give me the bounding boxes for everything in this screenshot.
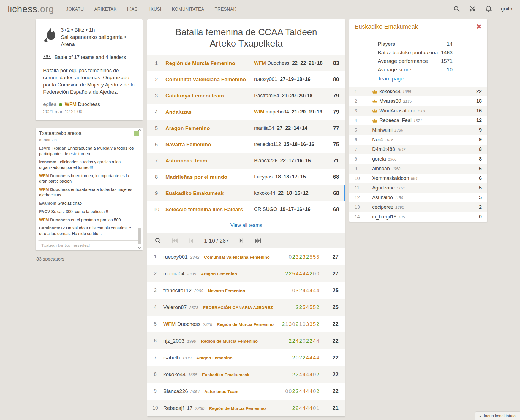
chat-username[interactable]: Evamom xyxy=(39,201,56,205)
team-row[interactable]: 3Catalunya Femení teamPastrami54 21+20+2… xyxy=(147,88,345,104)
team-row[interactable]: 4AndaluzasWIM mapebo94 21+20+19+1979 xyxy=(147,104,345,120)
team-page-link[interactable]: Team page xyxy=(378,74,487,83)
pager-prev-button[interactable] xyxy=(187,237,195,244)
team-row[interactable]: 5Aragon Femeninomariiia04 27+22+14+1477 xyxy=(147,120,345,136)
player-row[interactable]: 9Blanca2262054Asturianas Team00224444022… xyxy=(147,383,345,400)
team-name-link[interactable]: Navarra Femenino xyxy=(165,142,254,148)
member-row[interactable]: 6Nor410269 xyxy=(349,135,487,145)
nav-link[interactable]: IKASI xyxy=(127,7,139,12)
member-row[interactable]: 8gorela13668 xyxy=(349,154,487,164)
nav-link[interactable]: JOKATU xyxy=(66,7,84,12)
member-name-link[interactable]: kokoko441655 xyxy=(372,89,411,94)
pager-first-button[interactable] xyxy=(171,237,178,244)
team-row[interactable]: 10Selecció femenina Illes BalearsCRISUGO… xyxy=(147,201,345,218)
team-row[interactable]: 2Comunitat Valenciana Femeninorueoxy001 … xyxy=(147,71,345,88)
chat-username[interactable]: Leyre_Roldan xyxy=(39,146,66,150)
player-row[interactable]: 1rueoxy0012342Comunitat Valenciana Femen… xyxy=(147,248,345,265)
member-name-link[interactable]: in_ba-gil18705 xyxy=(372,214,405,220)
member-name-link[interactable]: D4m1t4881543 xyxy=(372,147,405,152)
player-name-link[interactable]: Rebecajf_172230Región de Murcia Femenino xyxy=(163,405,292,411)
username-menu[interactable]: goito xyxy=(501,6,512,12)
member-row[interactable]: 3WindArrasatator190116 xyxy=(349,106,487,116)
chat-username[interactable]: WFM Duochess xyxy=(39,187,70,192)
player-name-link[interactable]: njz_20031999Región de Murcia Femenino xyxy=(163,338,289,344)
member-name-link[interactable]: Mvaras302135 xyxy=(372,98,412,104)
member-row[interactable]: 12Asunalbo11505 xyxy=(349,193,487,202)
team-name-link[interactable]: Andaluzas xyxy=(165,109,254,115)
member-row[interactable]: 10Xemmaskaidoon8846 xyxy=(349,174,487,183)
chat-username[interactable]: WFM Duochess xyxy=(39,217,70,222)
nav-link[interactable]: IKUSI xyxy=(149,7,161,12)
challenge-swords-icon[interactable] xyxy=(469,5,476,12)
player-name-link[interactable]: Blanca2262054Asturianas Team xyxy=(163,388,285,394)
pager-next-button[interactable] xyxy=(238,237,245,244)
player-row[interactable]: 2mariiia042335Aragon Femenino22544442002… xyxy=(147,265,345,282)
notifications-bell-icon[interactable] xyxy=(485,5,492,12)
nav-link[interactable]: TRESNAK xyxy=(215,7,236,12)
member-row[interactable]: 1kokoko44165522 xyxy=(349,87,487,96)
team-name-link[interactable]: Euskadiko Emakumeak xyxy=(165,190,254,196)
chat-scrollbar-thumb[interactable] xyxy=(138,228,141,244)
search-icon[interactable] xyxy=(453,5,460,12)
player-name-link[interactable]: rueoxy0012342Comunitat Valenciana Femeni… xyxy=(163,254,289,260)
team-name-link[interactable]: Asturianas Team xyxy=(165,158,254,164)
scroll-up-icon[interactable] xyxy=(138,128,141,132)
member-row[interactable]: 11Agurtzane11615 xyxy=(349,183,487,193)
nav-link[interactable]: KOMUNITATEA xyxy=(172,7,204,12)
team-row[interactable]: 6Navarra Femeninotrenecito112 25+18+16+1… xyxy=(147,136,345,153)
chat-username[interactable]: WFM Duochess xyxy=(39,173,70,178)
member-row[interactable]: 9ainhoab19586 xyxy=(349,164,487,174)
player-team-link[interactable]: Asturianas Team xyxy=(204,389,238,394)
chat-username[interactable]: irenemm xyxy=(39,159,56,164)
member-name-link[interactable]: Nor41026 xyxy=(372,137,393,143)
player-team-link[interactable]: Aragon Femenino xyxy=(201,272,237,276)
player-name-link[interactable]: isabelb1919Aragon Femenino xyxy=(163,355,292,361)
player-team-link[interactable]: Región de Murcia Femenino xyxy=(209,406,266,411)
team-row[interactable]: 1Región de Murcia FemeninoWFM Duochess 2… xyxy=(147,55,345,71)
player-row[interactable]: 8kokoko441655Euskadiko Emakumeak22444402… xyxy=(147,366,345,383)
author-link[interactable]: WFM Duochess xyxy=(65,102,100,107)
battle-summary[interactable]: Battle of 17 teams and 4 leaders xyxy=(55,55,126,60)
player-team-link[interactable]: Euskadiko Emakumeak xyxy=(202,372,249,377)
team-name-link[interactable]: Aragon Femenino xyxy=(165,125,254,131)
member-name-link[interactable]: WindArrasatator1901 xyxy=(372,108,426,114)
player-name-link[interactable]: kokoko441655Euskadiko Emakumeak xyxy=(163,372,292,378)
friends-bar[interactable]: ▲ lagun konektatuta xyxy=(475,412,520,420)
player-row[interactable]: 6njz_20031999Región de Murcia Femenino22… xyxy=(147,332,345,349)
team-panel-title[interactable]: Euskadiko Emakumeak xyxy=(355,23,418,30)
player-row[interactable]: 7isabelb1919Aragon Femenino2022444422 xyxy=(147,349,345,366)
member-row[interactable]: 14in_ba-gil187050 xyxy=(349,212,487,222)
member-row[interactable]: 7D4m1t48815438 xyxy=(349,145,487,154)
player-row[interactable]: 3trenecito1122209Navarra Femenino0324444… xyxy=(147,282,345,299)
member-name-link[interactable]: gorela1366 xyxy=(372,156,396,162)
scroll-down-icon[interactable] xyxy=(138,246,141,250)
member-row[interactable]: 4Rebeeca_Feal137112 xyxy=(349,116,487,125)
view-all-teams-link[interactable]: View all teams xyxy=(230,223,262,228)
chat-input[interactable] xyxy=(38,240,140,250)
player-search-icon[interactable] xyxy=(154,237,162,244)
player-row[interactable]: 10Rebecajf_172230Región de Murcia Femeni… xyxy=(147,400,345,416)
player-team-link[interactable]: Aragon Femenino xyxy=(196,356,233,360)
member-row[interactable]: 13ceciperez18912 xyxy=(349,202,487,212)
player-team-link[interactable]: Región de Murcia Femenino xyxy=(201,339,258,343)
member-name-link[interactable]: Agurtzane1161 xyxy=(372,185,405,191)
member-name-link[interactable]: Miniwuini1736 xyxy=(372,127,403,133)
team-name-link[interactable]: Madrileñas por el mundo xyxy=(165,174,254,180)
chat-username[interactable]: Caminante72 xyxy=(39,226,65,230)
player-row[interactable]: 5WFM Duochess2326Región de Murcia Femeni… xyxy=(147,316,345,332)
team-name-link[interactable]: Región de Murcia Femenino xyxy=(165,60,254,66)
team-name-link[interactable]: Catalunya Femení team xyxy=(165,93,254,99)
player-team-link[interactable]: FEDERACIÓN CANARIA AJEDREZ xyxy=(203,305,273,310)
member-row[interactable]: 5Miniwuini17369 xyxy=(349,125,487,135)
player-name-link[interactable]: trenecito1122209Navarra Femenino xyxy=(163,288,292,294)
player-team-link[interactable]: Región de Murcia Femenino xyxy=(217,322,274,327)
member-row[interactable]: 2Mvaras30213518 xyxy=(349,96,487,106)
app-logo[interactable]: lichess.org xyxy=(8,4,54,14)
member-name-link[interactable]: ceciperez1891 xyxy=(372,204,404,210)
player-name-link[interactable]: WFM Duochess2326Región de Murcia Femenin… xyxy=(163,321,282,327)
team-name-link[interactable]: Comunitat Valenciana Femenino xyxy=(165,77,254,83)
chat-scrollbar[interactable] xyxy=(138,128,142,250)
team-row[interactable]: 9Euskadiko Emakumeakkokoko44 22+18+16+12… xyxy=(147,185,345,201)
player-row[interactable]: 4Valeron872373FEDERACIÓN CANARIA AJEDREZ… xyxy=(147,299,345,316)
nav-link[interactable]: ARIKETAK xyxy=(94,7,116,12)
